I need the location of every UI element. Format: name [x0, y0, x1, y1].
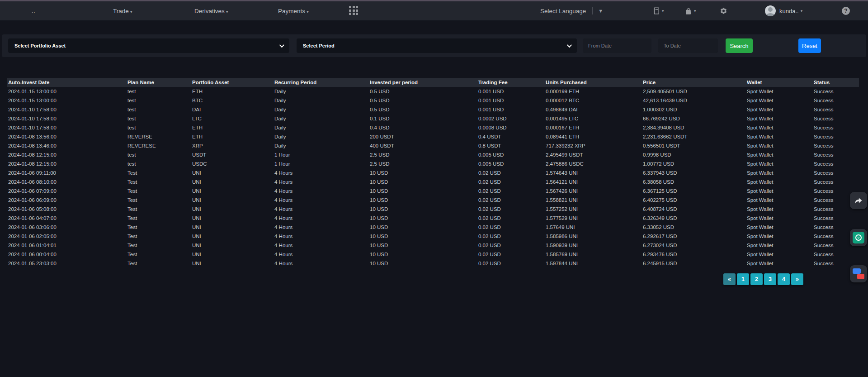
table-cell: 6.33052 USD [642, 223, 745, 232]
table-cell: 0.02 USD [477, 241, 544, 250]
table-cell: 4 Hours [273, 223, 368, 232]
table-cell: UNI [191, 223, 273, 232]
chatgpt-icon [853, 232, 864, 243]
to-date-input[interactable] [658, 38, 718, 53]
pagination-page-button[interactable]: 2 [750, 273, 763, 285]
search-button[interactable]: Search [726, 38, 753, 53]
wallet-bag-dropdown[interactable]: ▾ [684, 7, 696, 15]
table-row: 2024-01-06 05:08:00TestUNI4 Hours10 USD0… [7, 205, 859, 214]
pagination: « 1234 » [723, 273, 803, 285]
column-header: Price [642, 78, 745, 87]
table-cell: 717.339232 XRP [544, 141, 642, 150]
pagination-page-button[interactable]: 3 [764, 273, 776, 285]
column-header: Units Purchased [544, 78, 642, 87]
table-cell: 0.001 USD [477, 105, 544, 114]
table-cell: 2.475886 USDC [544, 159, 642, 168]
table-cell: 0.02 USD [477, 168, 544, 177]
table-cell: ETH [191, 132, 273, 141]
table-cell: UNI [191, 250, 273, 259]
table-cell: 10 USD [368, 223, 477, 232]
orders-book-dropdown[interactable]: ▾ [652, 7, 664, 15]
chat-bubbles-icon [853, 268, 864, 279]
table-cell: 0.1 USD [368, 114, 477, 123]
period-select[interactable]: Select Period [297, 38, 577, 53]
table-cell: 2024-01-06 01:04:01 [7, 241, 126, 250]
table-cell: USDC [191, 159, 273, 168]
table-cell: 6.292617 USD [642, 232, 745, 241]
language-caret-icon: ▼ [598, 8, 603, 14]
apps-grid-icon[interactable] [349, 6, 359, 16]
table-cell: Spot Wallet [745, 159, 812, 168]
table-cell: 10 USD [368, 205, 477, 214]
settings-button[interactable] [720, 7, 727, 15]
table-cell: 6.273024 USD [642, 241, 745, 250]
table-cell: Test [126, 250, 191, 259]
reset-button[interactable]: Reset [798, 38, 821, 53]
table-cell: Daily [273, 141, 368, 150]
column-header: Plan Name [126, 78, 191, 87]
help-icon[interactable]: ? [842, 7, 850, 15]
nav-item-derivatives[interactable]: Derivatives▾ [194, 8, 228, 14]
table-cell: Success [812, 141, 859, 150]
table-cell: test [126, 114, 191, 123]
table-cell: 1.00772 USD [642, 159, 745, 168]
table-cell: 2024-01-15 13:00:00 [7, 87, 126, 96]
table-cell: 0.001 USD [477, 96, 544, 105]
table-row: 2024-01-08 13:56:00REVERSEETHDaily200 US… [7, 132, 859, 141]
user-menu[interactable]: kunda.. ▾ [765, 5, 802, 16]
nav-item-payments[interactable]: Payments▾ [278, 8, 309, 14]
table-cell: UNI [191, 205, 273, 214]
chatgpt-widget-button[interactable] [850, 229, 867, 246]
pagination-page-button[interactable]: 1 [737, 273, 749, 285]
table-cell: Spot Wallet [745, 177, 812, 186]
portfolio-asset-select[interactable]: Select Portfolio Asset [8, 38, 289, 53]
table-cell: 1.57649 UNI [544, 223, 642, 232]
table-cell: 1.577529 UNI [544, 214, 642, 223]
table-cell: Test [126, 168, 191, 177]
logo[interactable]: .. [32, 8, 36, 14]
table-cell: 2024-01-06 03:06:00 [7, 223, 126, 232]
pagination-prev-button[interactable]: « [723, 273, 736, 285]
table-cell: DAI [191, 105, 273, 114]
language-selector[interactable]: Select Language ▼ [540, 7, 603, 14]
chevron-down-icon: ▾ [130, 9, 132, 14]
username: kunda.. [779, 8, 799, 14]
table-cell: Spot Wallet [745, 123, 812, 132]
table-cell: 0.02 USD [477, 205, 544, 214]
chat-widget-button[interactable] [850, 265, 867, 282]
table-cell: 0.005 USD [477, 150, 544, 159]
gear-icon [720, 7, 727, 15]
table-cell: 2024-01-06 08:10:00 [7, 177, 126, 186]
table-cell: Daily [273, 105, 368, 114]
table-cell: 2024-01-10 17:58:00 [7, 114, 126, 123]
table-cell: 4 Hours [273, 168, 368, 177]
table-cell: 2024-01-08 12:15:00 [7, 159, 126, 168]
table-cell: 6.245915 USD [642, 259, 745, 268]
table-cell: 2024-01-06 06:09:00 [7, 196, 126, 205]
table-cell: 0.02 USD [477, 232, 544, 241]
table-cell: 10 USD [368, 241, 477, 250]
table-cell: 2024-01-06 04:07:00 [7, 214, 126, 223]
table-row: 2024-01-15 13:00:00testBTCDaily0.5 USD0.… [7, 96, 859, 105]
table-cell: 0.001 USD [477, 87, 544, 96]
table-cell: Spot Wallet [745, 114, 812, 123]
table-cell: 2024-01-10 17:58:00 [7, 123, 126, 132]
column-header: Wallet [745, 78, 812, 87]
table-row: 2024-01-06 00:04:00TestUNI4 Hours10 USD0… [7, 250, 859, 259]
table-cell: Success [812, 105, 859, 114]
from-date-input[interactable] [583, 38, 651, 53]
table-cell: Spot Wallet [745, 168, 812, 177]
table-cell: 2024-01-06 07:09:00 [7, 186, 126, 196]
table-cell: Test [126, 196, 191, 205]
table-cell: 10 USD [368, 214, 477, 223]
chevron-down-icon [567, 43, 572, 48]
pagination-next-button[interactable]: » [791, 273, 803, 285]
table-cell: 2024-01-05 23:03:00 [7, 259, 126, 268]
table-cell: Success [812, 150, 859, 159]
share-widget-button[interactable] [850, 192, 867, 209]
nav-item-trade[interactable]: Trade▾ [113, 8, 132, 14]
pagination-page-button[interactable]: 4 [778, 273, 790, 285]
chevron-down-icon: ▾ [801, 9, 803, 13]
pagination-pages: 1234 [737, 273, 790, 285]
share-arrow-icon [854, 196, 863, 205]
